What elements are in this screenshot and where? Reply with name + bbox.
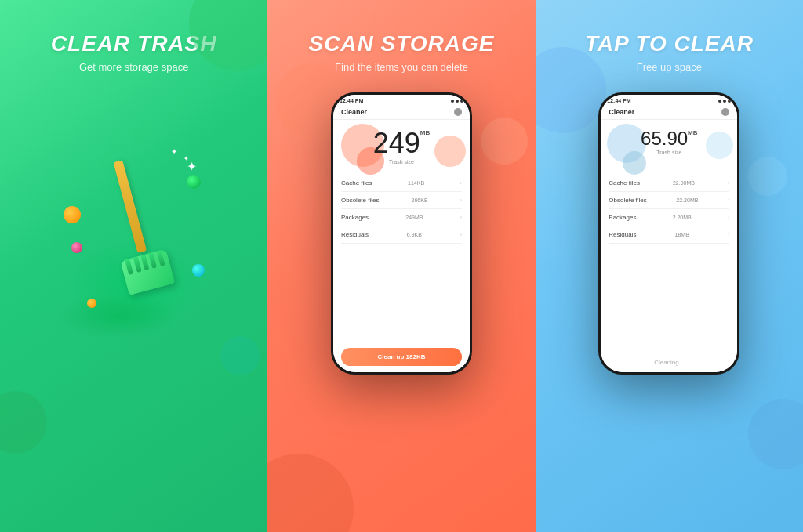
float-ball: [71, 242, 82, 253]
file-size: 22.20MB: [676, 197, 698, 203]
status-bar: 12:44 PM: [601, 95, 737, 105]
file-name: Residuals: [609, 231, 636, 238]
chevron-icon: ›: [728, 232, 729, 237]
file-name: Obsolete files: [609, 197, 646, 204]
panel-subtitle: Free up space: [637, 61, 702, 73]
status-time: 12:44 PM: [340, 98, 363, 103]
file-size: 2.20MB: [673, 215, 692, 220]
decorative-blob: [189, 0, 267, 71]
deco-circle: [623, 151, 646, 175]
app-name: Cleaner: [341, 108, 367, 116]
decorative-blob: [481, 118, 528, 165]
chevron-icon: ›: [460, 197, 462, 203]
chevron-icon: ›: [460, 232, 462, 237]
decorative-blob: [0, 391, 47, 454]
file-row-packages: Packages 249MB ›: [341, 209, 462, 226]
trash-size-label: Trash size: [656, 150, 681, 155]
float-ball: [64, 206, 81, 223]
clean-button[interactable]: Clean up 182KB: [341, 348, 462, 366]
panel-subtitle: Find the items you can delete: [335, 61, 468, 73]
decorative-blob: [748, 399, 803, 469]
file-name: Packages: [609, 214, 636, 221]
trash-size-value: 65.90: [641, 129, 688, 148]
file-size: 18MB: [675, 232, 689, 237]
file-name: Cache files: [609, 179, 640, 186]
deco-circle: [434, 136, 466, 167]
file-name: Residuals: [341, 231, 369, 238]
chevron-icon: ›: [728, 180, 729, 186]
status-icons: [451, 100, 463, 103]
float-ball: [192, 264, 205, 277]
trash-size-label: Trash size: [389, 159, 414, 165]
status-time: 12:44 PM: [607, 98, 630, 103]
file-list: Cache files 114KB › Obsolete files 266KB…: [333, 175, 470, 342]
panel-tap-to-clear: TAP TO CLEAR Free up space 12:44 PM Clea…: [536, 0, 803, 532]
chevron-icon: ›: [460, 215, 462, 220]
panel-subtitle: Get more storage space: [79, 61, 188, 73]
panel-clear-trash: CLEAR TRASH Get more storage space: [0, 0, 267, 532]
status-bar: 12:44 PM: [333, 95, 470, 105]
phone-screen: 12:44 PM Cleaner: [333, 95, 470, 372]
phone-screen: 12:44 PM Cleaner: [601, 95, 737, 372]
file-size: 114KB: [408, 180, 424, 186]
app-header: Cleaner: [601, 105, 737, 120]
chevron-icon: ›: [460, 180, 462, 186]
chevron-icon: ›: [728, 197, 729, 203]
file-row-packages: Packages 2.20MB ›: [609, 209, 729, 226]
phone-content: 249 MB Trash size Cache files 114KB › Ob…: [333, 120, 470, 372]
file-name: Obsolete files: [341, 197, 379, 204]
file-size: 6.9KB: [407, 232, 422, 237]
panel-scan-storage: SCAN STORAGE Find the items you can dele…: [267, 0, 535, 532]
file-row-residuals: Residuals 18MB ›: [609, 226, 729, 244]
phone-mockup-clean: 12:44 PM Cleaner: [598, 92, 739, 375]
file-row-obsolete: Obsolete files 266KB ›: [341, 192, 462, 209]
decorative-blob: [267, 454, 354, 532]
decorative-blob: [536, 47, 606, 133]
sparkle-icon: ✦: [171, 147, 177, 156]
trash-size-area: 65.90 MB Trash size: [601, 120, 737, 175]
broom-stick: [113, 160, 147, 253]
file-size: 249MB: [405, 215, 423, 220]
status-icons: [718, 100, 731, 103]
trash-size-area: 249 MB Trash size: [333, 120, 470, 175]
trash-unit: MB: [688, 129, 697, 136]
file-row-residuals: Residuals 6.9KB ›: [341, 226, 462, 244]
app-name: Cleaner: [609, 108, 634, 116]
trash-size-value: 249: [373, 129, 420, 157]
float-ball: [87, 299, 96, 308]
file-row-cache: Cache files 114KB ›: [341, 175, 462, 192]
decorative-blob: [220, 336, 260, 375]
file-name: Cache files: [341, 179, 372, 186]
cleaning-status-text: Cleaning...: [601, 353, 737, 372]
file-size: 22.90MB: [673, 180, 695, 186]
panel-title: SCAN STORAGE: [308, 31, 494, 56]
deco-circle: [706, 132, 733, 159]
gear-icon: [721, 108, 729, 116]
file-row-cache: Cache files 22.90MB ›: [609, 175, 729, 192]
gear-icon: [454, 108, 462, 116]
app-header: Cleaner: [333, 105, 470, 120]
file-size: 266KB: [412, 197, 428, 203]
decorative-blob: [748, 157, 787, 196]
float-ball: [187, 175, 201, 189]
chevron-icon: ›: [728, 215, 729, 220]
phone-content: 65.90 MB Trash size Cache files 22.90MB …: [601, 120, 737, 372]
file-row-obsolete: Obsolete files 22.20MB ›: [609, 192, 729, 209]
sparkle-icon: ✦: [183, 155, 189, 162]
file-list: Cache files 22.90MB › Obsolete files 22.…: [601, 175, 737, 353]
trash-unit: MB: [420, 129, 430, 136]
phone-mockup-scan: 12:44 PM Cleaner: [331, 92, 472, 375]
file-name: Packages: [341, 214, 369, 221]
panel-title: TAP TO CLEAR: [585, 31, 754, 56]
broom-illustration: ✦ ✦ ✦: [48, 96, 220, 347]
